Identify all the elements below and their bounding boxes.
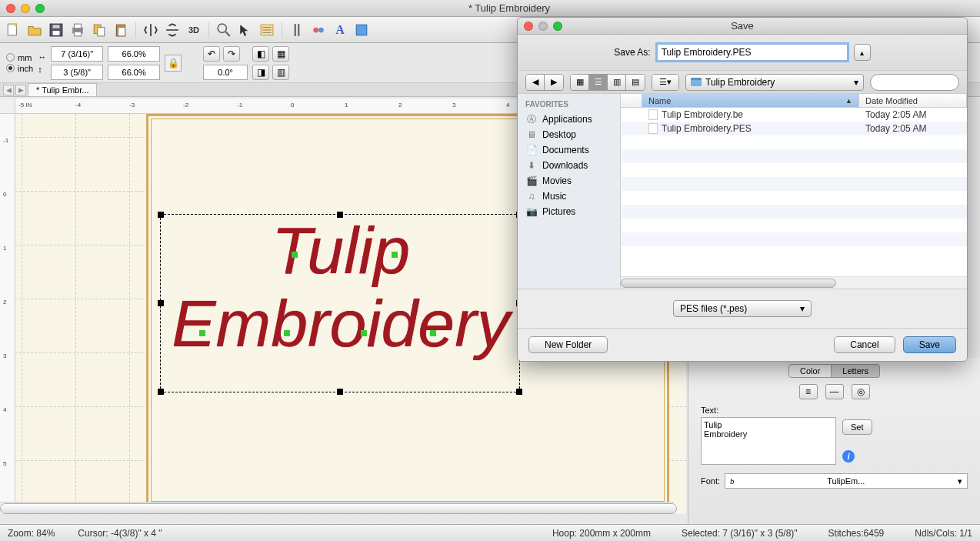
align-center-toggle[interactable]: — [825, 384, 844, 399]
align-btn-1[interactable]: ◧ [252, 46, 269, 62]
dialog-close-button[interactable] [524, 22, 533, 31]
column-name[interactable]: Name▲ [642, 94, 859, 107]
tab-letters[interactable]: Letters [832, 364, 880, 378]
rotation-input[interactable] [203, 65, 248, 80]
rotate-cw-button[interactable]: ↷ [223, 46, 240, 62]
select-arrow-icon[interactable] [237, 22, 254, 38]
dropdown-icon: ▾ [958, 476, 962, 486]
text-input[interactable]: Tulip Embroidery [701, 417, 836, 465]
font-selector[interactable]: b TulipEm... ▾ [725, 473, 968, 489]
file-icon [648, 109, 658, 120]
tab-prev-button[interactable]: ◀ [3, 85, 14, 95]
status-stitches: Stitches:6459 [828, 528, 885, 539]
sidebar-item-movies[interactable]: 🎬Movies [518, 173, 620, 189]
design-icon[interactable] [353, 22, 370, 38]
set-button[interactable]: Set [842, 419, 872, 435]
svg-rect-4 [53, 25, 60, 28]
view-column-button[interactable]: ▥ [608, 75, 626, 90]
canvas-scrollbar-h[interactable] [0, 502, 674, 514]
dialog-minimize-button[interactable] [538, 22, 548, 31]
rotate-ccw-button[interactable]: ↶ [203, 46, 220, 62]
text-tool-icon[interactable]: A [332, 22, 348, 38]
ruler-corner [0, 99, 15, 114]
flip-vertical-icon[interactable] [164, 22, 181, 38]
nav-back-button[interactable]: ◀ [526, 75, 545, 90]
selection-box[interactable] [160, 214, 520, 392]
sidebar-item-downloads[interactable]: ⬇Downloads [518, 158, 620, 173]
save-as-row: Save As: ▴ [518, 35, 967, 71]
status-selected: Selected: 7 (3/16)" x 3 (5/8)" [682, 528, 798, 539]
text-label: Text: [701, 406, 836, 415]
dialog-search-input[interactable] [870, 74, 959, 91]
save-icon[interactable] [48, 22, 65, 38]
zoom-window-button[interactable] [35, 4, 45, 13]
column-date[interactable]: Date Modified [859, 94, 967, 107]
align-left-toggle[interactable]: ≡ [799, 384, 818, 399]
sidebar-item-documents[interactable]: 📄Documents [518, 142, 620, 158]
new-folder-button[interactable]: New Folder [528, 336, 608, 353]
paste-icon[interactable] [112, 22, 129, 38]
new-file-icon[interactable] [5, 22, 22, 38]
file-row[interactable]: Tulip Embroidery.be Today 2:05 AM [621, 108, 967, 122]
ruler-vertical: -1 0 1 2 3 4 5 6 [0, 114, 15, 514]
sidebar-item-desktop[interactable]: 🖥Desktop [518, 127, 620, 142]
sidebar-item-music[interactable]: ♫Music [518, 189, 620, 204]
tab-next-button[interactable]: ▶ [15, 85, 26, 95]
properties-icon[interactable] [258, 22, 275, 38]
movies-icon: 🎬 [525, 175, 538, 186]
arrange-button[interactable]: ☰▾ [652, 75, 678, 90]
3d-view-icon[interactable]: 3D [185, 22, 202, 38]
location-selector[interactable]: Tulip Embroidery ▾ [685, 74, 864, 91]
width-input[interactable] [51, 46, 103, 62]
open-file-icon[interactable] [26, 22, 43, 38]
filename-input[interactable] [657, 44, 848, 61]
minimize-window-button[interactable] [21, 4, 30, 13]
nav-forward-button[interactable]: ▶ [545, 75, 563, 90]
zoom-icon[interactable] [215, 22, 232, 38]
view-list-button[interactable]: ☰ [589, 75, 608, 90]
thread-icon[interactable] [310, 22, 327, 38]
align-circle-toggle[interactable]: ◎ [852, 384, 870, 399]
cancel-button[interactable]: Cancel [834, 336, 895, 353]
dialog-zoom-button[interactable] [553, 22, 562, 31]
print-icon[interactable] [69, 22, 86, 38]
sidebar-item-applications[interactable]: ⒶApplications [518, 112, 620, 127]
svg-rect-3 [53, 31, 60, 35]
height-icon: ↕ [38, 65, 46, 74]
dialog-title: Save [518, 20, 967, 32]
scale-w-input[interactable] [108, 46, 160, 62]
file-format-selector[interactable]: PES files (*.pes) ▾ [673, 300, 812, 317]
copy-icon[interactable] [91, 22, 108, 38]
info-icon[interactable]: i [842, 450, 855, 463]
unit-mm-label: mm [18, 53, 32, 62]
dialog-nav-bar: ◀ ▶ ▦ ☰ ▥ ▤ ☰▾ Tulip Embroidery ▾ [518, 71, 967, 94]
document-tab[interactable]: * Tulip Embr... [28, 83, 97, 96]
align-btn-4[interactable]: ▥ [272, 65, 289, 80]
needle-icon[interactable] [288, 22, 305, 38]
file-row[interactable]: Tulip Embroidery.PES Today 2:05 AM [621, 122, 967, 135]
status-ndls: Ndls/Cols: 1/1 [915, 528, 972, 539]
view-coverflow-button[interactable]: ▤ [626, 75, 645, 90]
music-icon: ♫ [525, 191, 538, 202]
align-btn-2[interactable]: ▦ [272, 46, 289, 62]
view-icon-button[interactable]: ▦ [571, 75, 589, 90]
file-list: Name▲ Date Modified Tulip Embroidery.be … [621, 94, 967, 289]
close-window-button[interactable] [6, 4, 15, 13]
svg-rect-11 [118, 27, 125, 35]
font-label: Font: [701, 476, 720, 486]
status-hoop: Hoop: 200mm x 200mm [552, 528, 651, 539]
sidebar-item-pictures[interactable]: 📷Pictures [518, 204, 620, 219]
align-btn-3[interactable]: ◨ [252, 65, 269, 80]
unit-inch-radio[interactable] [6, 64, 15, 72]
height-input[interactable] [51, 65, 103, 80]
file-list-scrollbar[interactable] [621, 276, 967, 289]
dialog-sidebar: FAVORITES ⒶApplications 🖥Desktop 📄Docume… [518, 94, 621, 289]
scale-h-input[interactable] [108, 65, 160, 80]
toggle-expanded-button[interactable]: ▴ [854, 44, 871, 61]
aspect-lock-button[interactable]: 🔒 [165, 55, 182, 72]
font-name: TulipEm... [827, 476, 865, 486]
flip-horizontal-icon[interactable] [142, 22, 159, 38]
unit-mm-radio[interactable] [6, 53, 15, 62]
save-button[interactable]: Save [903, 336, 956, 353]
tab-color[interactable]: Color [788, 364, 832, 378]
